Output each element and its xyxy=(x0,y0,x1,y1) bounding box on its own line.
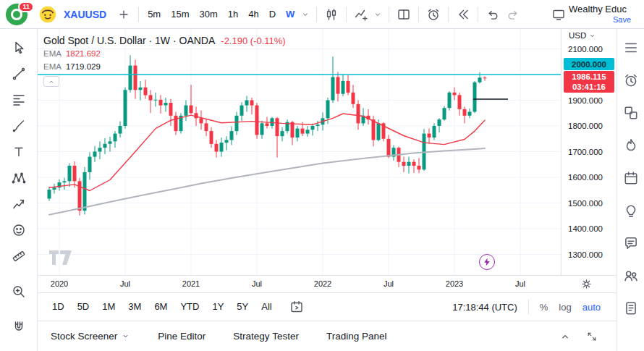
measure-tool[interactable] xyxy=(5,243,33,269)
time-tick-2020[interactable]: 2020 xyxy=(51,279,68,288)
notification-badge: 11 xyxy=(18,1,34,13)
time-scale[interactable]: 2020Jul2021Jul2022Jul2023Jul xyxy=(38,275,617,292)
alert-clock-button[interactable] xyxy=(423,4,444,25)
bottom-panel-tabs: Stock ScreenerPine EditorStrategy Tester… xyxy=(51,331,386,342)
tab-pine-editor[interactable]: Pine Editor xyxy=(158,331,206,342)
forecast-tool[interactable] xyxy=(5,191,33,217)
emoji-tool[interactable] xyxy=(5,217,33,243)
interval-W[interactable]: W xyxy=(281,6,299,23)
time-tick-Jul[interactable]: Jul xyxy=(515,279,525,288)
currency-selector[interactable]: USD xyxy=(569,31,596,40)
tab-stock-screener[interactable]: Stock Screener xyxy=(51,331,130,342)
range-1D[interactable]: 1D xyxy=(46,297,70,316)
maximize-icon[interactable] xyxy=(586,331,598,342)
save-layout-label[interactable]: Save xyxy=(569,15,643,25)
indicator-value: 1719.029 xyxy=(66,62,101,71)
alert-price-label[interactable]: 2000.000 xyxy=(564,58,614,70)
indicator-line-ema[interactable] xyxy=(49,148,485,215)
plus-icon xyxy=(117,8,130,21)
range-6M[interactable]: 6M xyxy=(148,297,173,316)
boost-icon[interactable] xyxy=(479,254,495,270)
cursor-tool[interactable] xyxy=(5,35,33,61)
candles-button[interactable] xyxy=(321,4,342,25)
price-scale[interactable]: USD 2000.000 1986.115 03:41:16 2100.0001… xyxy=(561,29,617,275)
indicators-icon xyxy=(354,7,368,22)
time-tick-2021[interactable]: 2021 xyxy=(182,279,200,288)
log-scale-toggle[interactable]: log xyxy=(559,302,571,313)
go-to-date-button[interactable] xyxy=(287,297,307,317)
undo-button[interactable] xyxy=(483,4,503,25)
tab-trading-panel[interactable]: Trading Panel xyxy=(326,331,387,342)
interval-D[interactable]: D xyxy=(265,6,280,23)
brush-icon xyxy=(12,119,26,133)
symbol-button[interactable]: XAUUSD xyxy=(64,9,106,20)
time-tick-Jul[interactable]: Jul xyxy=(252,279,262,288)
tab-strategy-tester[interactable]: Strategy Tester xyxy=(233,331,299,342)
chevron-down-icon xyxy=(588,32,596,40)
range-1M[interactable]: 1M xyxy=(96,297,121,316)
layout-grid-button[interactable] xyxy=(394,4,414,25)
percent-scale-toggle[interactable]: % xyxy=(540,302,548,313)
indicators-button[interactable] xyxy=(351,4,371,25)
indicator-name: EMA xyxy=(43,49,62,58)
interval-5m[interactable]: 5m xyxy=(143,6,165,23)
separator xyxy=(528,300,529,314)
time-tick-2023[interactable]: 2023 xyxy=(446,279,463,288)
watchlist-panel[interactable] xyxy=(619,33,643,62)
interval-4h[interactable]: 4h xyxy=(244,6,263,23)
time-tick-Jul[interactable]: Jul xyxy=(120,279,130,288)
interval-30m[interactable]: 30m xyxy=(195,6,221,23)
range-5Y[interactable]: 5Y xyxy=(231,297,254,316)
time-tick-2022[interactable]: 2022 xyxy=(314,279,331,288)
calendar-panel[interactable] xyxy=(619,164,643,193)
range-3M[interactable]: 3M xyxy=(122,297,147,316)
text-tool[interactable] xyxy=(5,139,33,165)
chart-legend: Gold Spot / U.S. Dollar · 1W · OANDA-2.1… xyxy=(43,35,286,87)
app-logo[interactable]: 11 xyxy=(6,4,27,25)
indicator-value: 1821.692 xyxy=(66,49,101,58)
trend-line-tool[interactable] xyxy=(5,61,33,87)
bar-countdown: 03:41:16 xyxy=(572,82,606,92)
add-symbol-button[interactable] xyxy=(114,4,134,25)
xabcd-pattern-tool[interactable] xyxy=(5,165,33,191)
range-5D[interactable]: 5D xyxy=(72,297,96,316)
chevron-up-icon[interactable] xyxy=(559,330,572,343)
chat-panel[interactable] xyxy=(619,229,643,258)
community-panel[interactable] xyxy=(619,261,643,290)
gear-icon[interactable] xyxy=(580,278,593,290)
range-1Y[interactable]: 1Y xyxy=(206,297,229,316)
zoom-tool[interactable] xyxy=(5,279,33,305)
account-name: Wealthy Educ xyxy=(569,4,643,15)
chevron-down-button[interactable] xyxy=(371,4,384,25)
account-menu[interactable]: Wealthy Educ Save xyxy=(569,4,644,25)
chevron-down-icon xyxy=(300,9,310,20)
chart-title-row[interactable]: Gold Spot / U.S. Dollar · 1W · OANDA-2.1… xyxy=(43,35,286,46)
notebook-panel[interactable] xyxy=(619,294,643,323)
indicator-legend-row[interactable]: EMA1719.029 xyxy=(43,61,286,72)
hotlists-panel[interactable] xyxy=(619,131,643,160)
alarm-icon xyxy=(623,72,639,88)
range-YTD[interactable]: YTD xyxy=(174,297,205,316)
range-All[interactable]: All xyxy=(255,297,277,316)
currency-label: USD xyxy=(569,31,586,40)
interval-15m[interactable]: 15m xyxy=(166,6,193,23)
alerts-panel[interactable] xyxy=(619,66,643,95)
separator xyxy=(448,7,449,22)
clock[interactable]: 17:18:44 (UTC) xyxy=(452,302,517,313)
auto-scale-toggle[interactable]: auto xyxy=(582,302,601,313)
replay-button[interactable] xyxy=(453,4,473,25)
interval-1h[interactable]: 1h xyxy=(224,6,242,23)
time-tick-Jul[interactable]: Jul xyxy=(384,279,394,288)
fib-retracement-tool[interactable] xyxy=(5,87,33,113)
indicator-legend-row[interactable]: EMA1821.692 xyxy=(43,48,286,59)
magnet-tool[interactable] xyxy=(5,314,33,340)
object-tree-panel[interactable] xyxy=(619,98,643,127)
tradingview-watermark xyxy=(49,250,72,265)
collapse-legend-button[interactable] xyxy=(43,76,59,87)
user-avatar[interactable] xyxy=(39,6,56,23)
save-layout-button[interactable] xyxy=(548,4,569,25)
interval-chevron-button[interactable] xyxy=(299,4,312,25)
redo-button[interactable] xyxy=(503,4,523,25)
brush-tool[interactable] xyxy=(5,113,33,139)
ideas-panel[interactable] xyxy=(619,196,643,225)
